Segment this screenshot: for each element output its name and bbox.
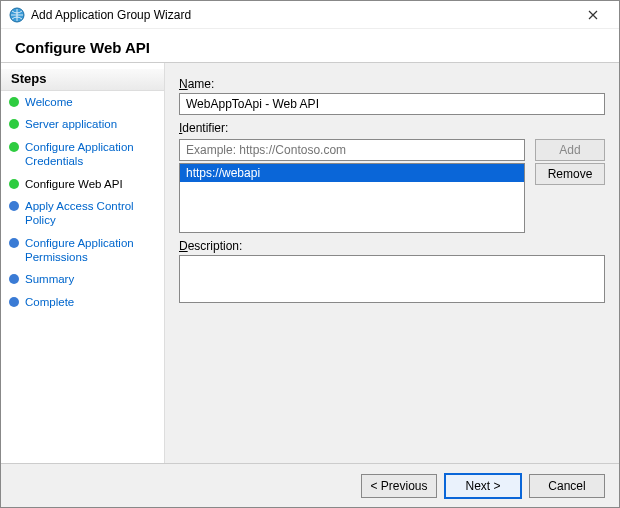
close-icon bbox=[588, 10, 598, 20]
add-button[interactable]: Add bbox=[535, 139, 605, 161]
step-label: Complete bbox=[25, 295, 74, 309]
wizard-body: Steps WelcomeServer applicationConfigure… bbox=[1, 63, 619, 463]
step-bullet-icon bbox=[9, 179, 19, 189]
step-apply-access-control-policy[interactable]: Apply Access Control Policy bbox=[1, 195, 164, 232]
name-input[interactable] bbox=[179, 93, 605, 115]
step-label: Summary bbox=[25, 272, 74, 286]
name-label: Name: bbox=[179, 77, 605, 91]
step-bullet-icon bbox=[9, 97, 19, 107]
step-label: Welcome bbox=[25, 95, 73, 109]
titlebar: Add Application Group Wizard bbox=[1, 1, 619, 29]
wizard-window: Add Application Group Wizard Configure W… bbox=[0, 0, 620, 508]
step-label: Server application bbox=[25, 117, 117, 131]
close-button[interactable] bbox=[573, 4, 613, 26]
remove-button[interactable]: Remove bbox=[535, 163, 605, 185]
description-textarea[interactable] bbox=[179, 255, 605, 303]
list-item[interactable]: https://webapi bbox=[180, 164, 524, 182]
step-bullet-icon bbox=[9, 119, 19, 129]
page-title: Configure Web API bbox=[1, 29, 619, 63]
step-bullet-icon bbox=[9, 238, 19, 248]
wizard-footer: < Previous Next > Cancel bbox=[1, 463, 619, 507]
identifier-input[interactable] bbox=[179, 139, 525, 161]
cancel-button[interactable]: Cancel bbox=[529, 474, 605, 498]
steps-sidebar: Steps WelcomeServer applicationConfigure… bbox=[1, 63, 165, 463]
next-button[interactable]: Next > bbox=[445, 474, 521, 498]
step-bullet-icon bbox=[9, 142, 19, 152]
step-label: Configure Application Credentials bbox=[25, 140, 156, 169]
step-configure-web-api[interactable]: Configure Web API bbox=[1, 173, 164, 195]
step-summary[interactable]: Summary bbox=[1, 268, 164, 290]
step-welcome[interactable]: Welcome bbox=[1, 91, 164, 113]
step-bullet-icon bbox=[9, 297, 19, 307]
step-label: Apply Access Control Policy bbox=[25, 199, 156, 228]
identifier-listbox[interactable]: https://webapi bbox=[179, 163, 525, 233]
step-bullet-icon bbox=[9, 274, 19, 284]
app-icon bbox=[9, 7, 25, 23]
previous-button[interactable]: < Previous bbox=[361, 474, 437, 498]
description-label: Description: bbox=[179, 239, 605, 253]
step-label: Configure Web API bbox=[25, 177, 123, 191]
step-complete[interactable]: Complete bbox=[1, 291, 164, 313]
window-title: Add Application Group Wizard bbox=[31, 8, 573, 22]
step-bullet-icon bbox=[9, 201, 19, 211]
step-configure-application-permissions[interactable]: Configure Application Permissions bbox=[1, 232, 164, 269]
step-label: Configure Application Permissions bbox=[25, 236, 156, 265]
step-configure-application-credentials[interactable]: Configure Application Credentials bbox=[1, 136, 164, 173]
steps-heading: Steps bbox=[1, 69, 164, 91]
step-server-application[interactable]: Server application bbox=[1, 113, 164, 135]
identifier-label: Identifier: bbox=[179, 121, 605, 135]
wizard-content: Name: Identifier: Add https://webapi Rem… bbox=[165, 63, 619, 463]
